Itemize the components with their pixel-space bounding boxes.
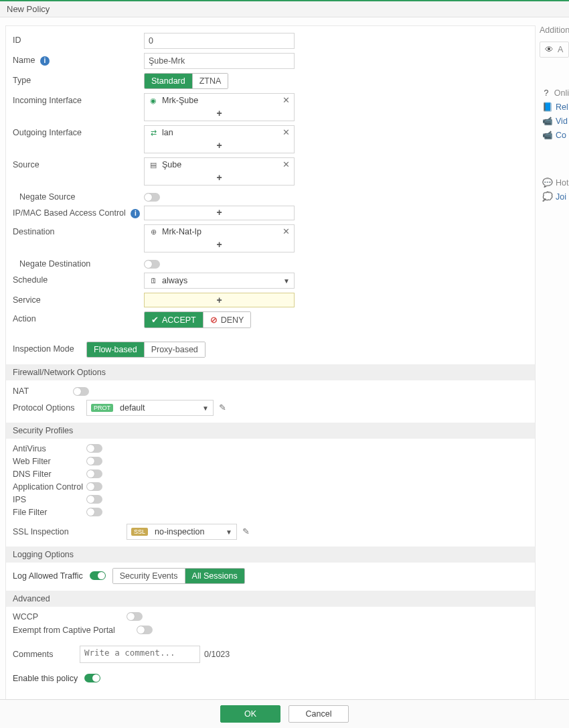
inspection-flow[interactable]: Flow-based bbox=[87, 342, 145, 357]
add-incoming[interactable]: + bbox=[145, 107, 294, 121]
ok-button[interactable]: OK bbox=[220, 705, 280, 723]
schedule-select[interactable]: 🗓 always ▼ bbox=[144, 273, 295, 289]
ssl-inspection-value: no-inspection bbox=[155, 527, 204, 536]
type-group: Standard ZTNA bbox=[144, 73, 228, 89]
destination-item: Mrk-Nat-Ip bbox=[162, 227, 201, 236]
chevron-down-icon: ▼ bbox=[283, 277, 290, 285]
section-security-profiles: Security Profiles bbox=[6, 423, 535, 439]
link-con[interactable]: Co bbox=[556, 131, 566, 140]
webfilter-toggle[interactable] bbox=[86, 457, 102, 465]
side-panel: Addition 👁 A ? Onli 📘 Rel 📹 Vid 📹 Co 💬 H… bbox=[536, 17, 569, 701]
add-ipmac[interactable]: + bbox=[145, 206, 294, 220]
schedule-label: Schedule bbox=[13, 273, 144, 285]
add-source[interactable]: + bbox=[145, 171, 294, 185]
action-accept[interactable]: ACCEPT bbox=[145, 312, 204, 327]
enable-policy-toggle[interactable] bbox=[84, 674, 100, 682]
address-group-icon: ⊕ bbox=[149, 227, 158, 236]
inspection-proxy[interactable]: Proxy-based bbox=[145, 342, 205, 357]
ips-label: IPS bbox=[13, 495, 86, 504]
wccp-toggle[interactable] bbox=[127, 612, 143, 621]
exempt-captive-toggle[interactable] bbox=[137, 626, 153, 634]
appcontrol-toggle[interactable] bbox=[86, 482, 102, 491]
remove-icon[interactable]: ✕ bbox=[282, 227, 290, 236]
video-icon: 📹 bbox=[542, 130, 552, 140]
type-standard[interactable]: Standard bbox=[145, 74, 193, 88]
nat-toggle[interactable] bbox=[73, 387, 89, 396]
ipmac-box[interactable]: + bbox=[144, 206, 295, 220]
ipmac-label: IP/MAC Based Access Control i bbox=[13, 206, 144, 218]
comments-label: Comments bbox=[13, 650, 80, 659]
additional-info-title: Addition bbox=[540, 25, 569, 35]
add-outgoing[interactable]: + bbox=[145, 139, 294, 153]
remove-icon[interactable]: ✕ bbox=[282, 128, 290, 137]
video-icon: 📹 bbox=[542, 116, 552, 126]
vpn-icon: ◉ bbox=[149, 96, 158, 105]
address-icon: ▤ bbox=[149, 160, 158, 169]
log-allowed-toggle[interactable] bbox=[90, 571, 106, 580]
ssl-inspection-label: SSL Inspection bbox=[13, 527, 127, 536]
outgoing-label: Outgoing Interface bbox=[13, 125, 144, 137]
id-label: ID bbox=[13, 33, 144, 45]
incoming-item: Mrk-Şube bbox=[162, 96, 198, 105]
ips-toggle[interactable] bbox=[86, 495, 102, 504]
window-title: New Policy bbox=[0, 1, 569, 17]
destination-box[interactable]: ⊕ Mrk-Nat-Ip ✕ + bbox=[144, 224, 295, 252]
destination-label: Destination bbox=[13, 224, 144, 236]
book-icon: 📘 bbox=[542, 102, 552, 112]
info-icon[interactable]: i bbox=[40, 56, 50, 66]
inspection-group: Flow-based Proxy-based bbox=[86, 342, 206, 358]
incoming-interface-box[interactable]: ◉ Mrk-Şube ✕ + bbox=[144, 93, 295, 121]
log-all-sessions[interactable]: All Sessions bbox=[185, 569, 244, 583]
eye-icon: 👁 bbox=[544, 45, 554, 54]
chevron-down-icon: ▼ bbox=[226, 528, 232, 536]
negate-source-toggle[interactable] bbox=[144, 193, 160, 202]
action-label: Action bbox=[13, 311, 144, 323]
antivirus-label: AntiVirus bbox=[13, 444, 86, 453]
link-rel[interactable]: Rel bbox=[556, 102, 568, 112]
type-label: Type bbox=[13, 73, 144, 85]
edit-icon[interactable]: ✎ bbox=[219, 403, 226, 413]
id-input[interactable] bbox=[144, 33, 295, 49]
info-icon[interactable]: i bbox=[131, 209, 140, 218]
schedule-icon: 🗓 bbox=[149, 276, 158, 285]
section-advanced: Advanced bbox=[6, 591, 535, 607]
name-input[interactable] bbox=[144, 53, 295, 69]
log-mode-group: Security Events All Sessions bbox=[112, 568, 245, 584]
type-ztna[interactable]: ZTNA bbox=[193, 74, 228, 88]
negate-destination-label: Negate Destination bbox=[13, 257, 144, 269]
negate-source-label: Negate Source bbox=[13, 190, 144, 202]
comments-input[interactable] bbox=[80, 646, 200, 663]
webfilter-label: Web Filter bbox=[13, 457, 86, 466]
source-box[interactable]: ▤ Şube ✕ + bbox=[144, 157, 295, 186]
link-join[interactable]: Joi bbox=[556, 192, 566, 202]
chevron-down-icon: ▼ bbox=[202, 405, 209, 412]
hot-title: Hot bbox=[556, 178, 568, 188]
remove-icon[interactable]: ✕ bbox=[282, 96, 290, 104]
service-box[interactable]: + bbox=[144, 293, 295, 307]
antivirus-toggle[interactable] bbox=[86, 444, 102, 453]
appcontrol-label: Application Control bbox=[13, 482, 86, 492]
speech-icon: 💭 bbox=[542, 192, 552, 202]
add-service[interactable]: + bbox=[145, 293, 294, 307]
ssl-inspection-select[interactable]: SSL no-inspection ▼ bbox=[127, 524, 237, 540]
link-vid[interactable]: Vid bbox=[556, 117, 568, 126]
log-security-events[interactable]: Security Events bbox=[113, 569, 185, 583]
dnsfilter-label: DNS Filter bbox=[13, 469, 86, 479]
add-destination[interactable]: + bbox=[145, 238, 294, 252]
protocol-options-label: Protocol Options bbox=[13, 403, 86, 413]
dialog-footer: OK Cancel bbox=[0, 699, 569, 728]
action-deny[interactable]: DENY bbox=[204, 312, 251, 327]
outgoing-interface-box[interactable]: ⇄ lan ✕ + bbox=[144, 125, 295, 153]
edit-icon[interactable]: ✎ bbox=[242, 526, 250, 536]
source-label: Source bbox=[13, 157, 144, 169]
cancel-button[interactable]: Cancel bbox=[289, 705, 349, 723]
ssl-badge: SSL bbox=[131, 528, 148, 536]
inspection-label: Inspection Mode bbox=[13, 342, 86, 354]
prot-badge: PROT bbox=[91, 404, 113, 412]
remove-icon[interactable]: ✕ bbox=[282, 160, 290, 169]
filefilter-toggle[interactable] bbox=[86, 508, 102, 516]
protocol-options-select[interactable]: PROT default ▼ bbox=[86, 400, 214, 416]
dnsfilter-toggle[interactable] bbox=[86, 469, 102, 478]
outgoing-item: lan bbox=[162, 128, 173, 137]
negate-destination-toggle[interactable] bbox=[144, 260, 160, 269]
